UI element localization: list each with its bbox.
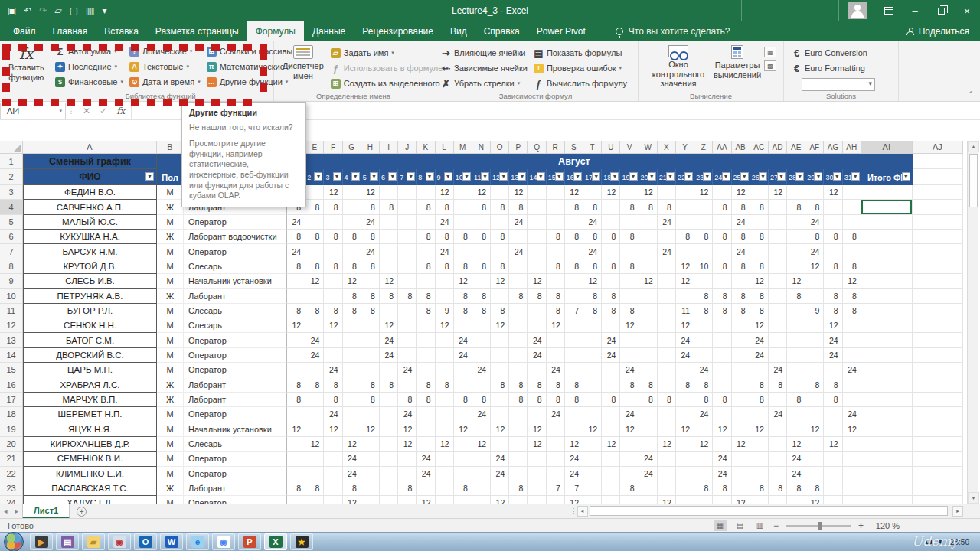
cell-gender-15[interactable]: М (157, 363, 184, 377)
cell-day-21-row-12[interactable] (658, 318, 676, 333)
calculate-sheet-button[interactable]: ▩ (764, 60, 776, 71)
collapse-ribbon-button[interactable]: ⌃ (968, 90, 974, 98)
cell-day-14-row-5[interactable] (528, 215, 546, 230)
tab-рецензирование[interactable]: Рецензирование (354, 21, 442, 41)
cell-day-27-row-17[interactable] (769, 393, 787, 407)
cell-day-31-row-11[interactable]: 8 (843, 304, 861, 318)
cell-day-29-row-14[interactable] (805, 348, 824, 363)
cell-day-15-row-8[interactable]: 8 (547, 259, 565, 274)
cell-day-14-row-6[interactable] (528, 230, 546, 244)
cell-day-12-row-4[interactable]: 8 (491, 200, 509, 214)
cell-day-header-15[interactable]: 15▼ (547, 169, 565, 185)
cell-day-19-row-21[interactable] (620, 452, 639, 466)
cell-day-24-row-24[interactable] (713, 496, 731, 504)
cell-day-8-row-12[interactable] (416, 318, 435, 333)
cell-gender-5[interactable]: М (157, 215, 184, 230)
cell-day-30-row-4[interactable] (824, 200, 842, 214)
cell-day-header-8[interactable]: 8▼ (416, 169, 435, 185)
cell-day-17-row-24[interactable] (583, 496, 602, 504)
cell-day-7-row-3[interactable] (398, 185, 416, 200)
cell-day-15-row-15[interactable]: 24 (547, 363, 565, 377)
column-header-S[interactable]: S (565, 141, 583, 154)
cell-day-3-row-6[interactable]: 8 (324, 230, 342, 244)
cell-day-7-row-9[interactable] (398, 274, 416, 289)
cell-day-27-row-10[interactable] (769, 289, 787, 303)
cell-day-header-3[interactable]: 3▼ (324, 169, 342, 185)
cell-day-22-row-13[interactable]: 24 (676, 333, 694, 347)
cell-name-22[interactable]: КЛИМЕНКО Е.И. (23, 467, 157, 481)
cell-day-21-row-14[interactable] (658, 348, 676, 363)
cell-day-3-row-4[interactable]: 8 (324, 200, 342, 214)
cell-day-6-row-18[interactable] (380, 407, 398, 422)
cell-day-1-row-16[interactable]: 8 (287, 377, 305, 392)
cell-day-28-row-6[interactable] (787, 230, 805, 244)
cell-day-20-row-24[interactable] (639, 496, 658, 504)
cell-day-10-row-3[interactable] (454, 185, 472, 200)
cell-day-21-row-13[interactable] (658, 333, 676, 347)
cell-day-20-row-6[interactable] (639, 230, 658, 244)
cell-day-14-row-7[interactable] (528, 244, 546, 259)
cell-day-27-row-3[interactable]: 12 (769, 185, 787, 200)
cell-job-18[interactable]: Оператор (184, 407, 287, 422)
filter-dropdown-icon[interactable]: ▼ (555, 172, 564, 181)
cell-day-19-row-15[interactable]: 24 (620, 363, 639, 377)
cell-day-26-row-20[interactable] (750, 437, 769, 452)
cell-day-12-row-8[interactable]: 8 (491, 259, 509, 274)
cell-day-31-row-21[interactable] (843, 452, 861, 466)
cell-day-3-row-12[interactable]: 12 (324, 318, 342, 333)
cell-day-13-row-7[interactable]: 24 (509, 244, 528, 259)
cell-day-21-row-22[interactable] (658, 467, 676, 481)
cell-day-10-row-7[interactable] (454, 244, 472, 259)
cell-day-25-row-24[interactable]: 12 (732, 496, 750, 504)
cell-ai-6[interactable] (861, 230, 913, 244)
cell-day-7-row-17[interactable]: 8 (398, 393, 416, 407)
cell-day-17-row-3[interactable] (583, 185, 602, 200)
cell-day-11-row-6[interactable]: 8 (472, 230, 491, 244)
cell-day-4-row-12[interactable] (343, 318, 361, 333)
cell-day-27-row-8[interactable] (769, 259, 787, 274)
cell-name-10[interactable]: ПЕТРУНЯК А.В. (23, 289, 157, 303)
cell-day-25-row-4[interactable]: 8 (732, 200, 750, 214)
cell-aj-9[interactable] (913, 274, 963, 289)
tab-power-pivot[interactable]: Power Pivot (528, 21, 594, 41)
cell-day-30-row-12[interactable]: 12 (824, 318, 842, 333)
cell-day-3-row-20[interactable] (324, 437, 342, 452)
cell-day-2-row-16[interactable]: 8 (305, 377, 324, 392)
column-header-Y[interactable]: Y (676, 141, 694, 154)
column-header-AA[interactable]: AA (713, 141, 731, 154)
cell-a1-title[interactable]: Сменный график (23, 154, 157, 169)
cell-ai-18[interactable] (861, 407, 913, 422)
cell-day-29-row-12[interactable] (805, 318, 824, 333)
cell-ai-24[interactable] (861, 496, 913, 504)
cell-day-31-row-20[interactable] (843, 437, 861, 452)
cell-aj-17[interactable] (913, 393, 963, 407)
cell-day-3-row-14[interactable] (324, 348, 342, 363)
cell-day-18-row-13[interactable]: 24 (602, 333, 620, 347)
cell-day-11-row-14[interactable] (472, 348, 491, 363)
cell-day-19-row-6[interactable]: 8 (620, 230, 639, 244)
filter-dropdown-icon[interactable]: ▼ (648, 172, 656, 181)
cell-day-5-row-9[interactable] (361, 274, 380, 289)
save-icon[interactable]: ▣ (8, 5, 16, 16)
cell-day-30-row-22[interactable] (824, 467, 842, 481)
filter-dropdown-icon[interactable]: ▼ (370, 172, 378, 181)
taskbar-internet-explorer[interactable]: e (186, 533, 209, 550)
cell-day-20-row-14[interactable] (639, 348, 658, 363)
cell-day-7-row-5[interactable] (398, 215, 416, 230)
cell-day-header-10[interactable]: 10▼ (454, 169, 472, 185)
cell-day-14-row-24[interactable] (528, 496, 546, 504)
cell-day-header-5[interactable]: 5▼ (361, 169, 380, 185)
cell-day-11-row-9[interactable] (472, 274, 491, 289)
cell-day-2-row-14[interactable]: 24 (305, 348, 324, 363)
column-header-G[interactable]: G (343, 141, 361, 154)
cell-day-18-row-18[interactable] (602, 407, 620, 422)
minimize-button[interactable]: – (902, 0, 928, 21)
cell-day-20-row-9[interactable]: 12 (639, 274, 658, 289)
cell-day-23-row-17[interactable]: 8 (694, 393, 713, 407)
cell-day-10-row-24[interactable] (454, 496, 472, 504)
cell-day-27-row-18[interactable]: 24 (769, 407, 787, 422)
cell-day-1-row-18[interactable] (287, 407, 305, 422)
filter-dropdown-icon[interactable]: ▼ (759, 172, 767, 181)
cell-day-header-20[interactable]: 20▼ (639, 169, 658, 185)
tab-формулы[interactable]: Формулы (247, 21, 304, 41)
